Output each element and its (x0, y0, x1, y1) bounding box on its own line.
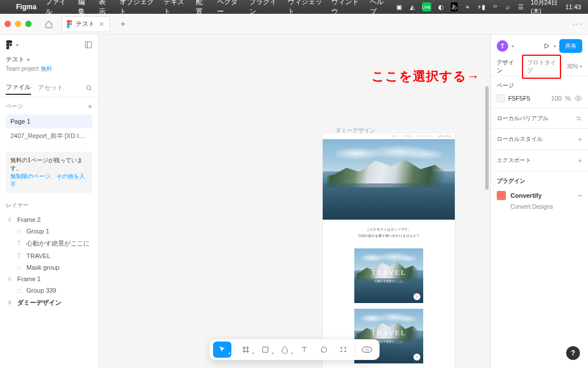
upgrade-link[interactable]: 無制限のページ、その他を入手 (10, 173, 85, 187)
local-styles-row[interactable]: ローカルスタイル + (491, 129, 588, 150)
layer-name: TRAVEL (26, 252, 51, 259)
macos-menubar: Figma ファイル 編集 表示 オブジェクト テキスト 配置 ベクター プラグ… (0, 0, 588, 14)
color-value[interactable]: F5F5F5 (508, 95, 548, 102)
tab-file[interactable]: ファイル (6, 80, 31, 95)
canvas-scrollbar[interactable] (485, 63, 489, 334)
card-arrow-button[interactable]: › (413, 354, 420, 361)
layer-row[interactable]: □Group 1 (6, 225, 92, 237)
play-chevron-icon[interactable]: ▾ (554, 44, 556, 49)
actions-button[interactable] (334, 342, 353, 358)
menu-help[interactable]: ヘルプ (370, 0, 387, 17)
loading-status-icon[interactable]: ◐ (438, 3, 444, 11)
play-button[interactable] (543, 43, 550, 49)
frame-tool-button[interactable]: ▾ (237, 342, 255, 358)
page-row[interactable]: 2407_Report_前半 [XD Import] (30-Ju... (6, 128, 92, 144)
collapse-icon[interactable]: − (578, 191, 582, 200)
minimize-window-button[interactable] (15, 21, 21, 27)
plus-icon[interactable]: + (578, 156, 582, 165)
visibility-toggle-icon[interactable] (574, 94, 582, 102)
plugin-row[interactable]: Convertify − (497, 191, 582, 200)
layer-row[interactable]: □Mask group (6, 262, 92, 273)
wifi-icon[interactable]: ⌔ (492, 3, 498, 11)
plus-icon[interactable]: + (578, 135, 582, 144)
layer-row[interactable]: #Frame 1 (6, 273, 92, 285)
help-button[interactable]: ? (566, 346, 580, 360)
menubar-date[interactable]: 10月24日(木) (531, 0, 558, 16)
battery-icon[interactable]: ⚡︎▮ (477, 3, 485, 11)
svg-rect-2 (86, 42, 92, 48)
move-tool-button[interactable]: ▾ (213, 342, 231, 358)
window-menu-button[interactable]: ··· (572, 19, 583, 29)
menu-view[interactable]: 表示 (99, 0, 110, 17)
search-icon[interactable] (86, 85, 92, 91)
avatar[interactable]: T (497, 40, 508, 52)
left-panel-header: ▾ (0, 34, 98, 55)
zoom-control[interactable]: 30%▾ (567, 63, 582, 70)
layer-type-icon: □ (17, 228, 23, 235)
sliders-icon[interactable] (575, 115, 582, 122)
close-tab-icon[interactable]: × (98, 20, 105, 29)
menu-file[interactable]: ファイル (45, 0, 68, 17)
document-title[interactable]: テスト▾ (0, 55, 98, 65)
menu-plugin[interactable]: プラグイン (249, 0, 278, 17)
card-arrow-button[interactable]: › (413, 293, 420, 300)
layer-type-icon: T (17, 253, 23, 259)
menu-window[interactable]: ウィンドウ (331, 0, 361, 17)
menu-edit[interactable]: 編集 (78, 0, 90, 17)
export-row[interactable]: エクスポート + (491, 150, 588, 171)
tab-prototype[interactable]: プロトタイプ (522, 55, 561, 79)
svg-point-16 (345, 351, 346, 352)
add-page-button[interactable]: + (88, 102, 92, 111)
layer-row[interactable]: #Frame 2 (6, 214, 92, 225)
plugin-description[interactable]: Convert Designs (497, 204, 582, 210)
tab-assets[interactable]: アセット (38, 81, 63, 94)
figma-status-icon[interactable]: ▣ (396, 3, 402, 11)
app-status-icon[interactable]: ◭ (409, 3, 415, 11)
layer-row[interactable]: □Group 339 (6, 285, 92, 296)
text-tool-button[interactable] (295, 342, 314, 358)
line-status-icon[interactable]: LINE (422, 2, 431, 12)
file-tab[interactable]: テスト × (61, 16, 110, 32)
color-swatch[interactable] (497, 94, 505, 102)
figma-menu-button[interactable]: ▾ (6, 40, 18, 49)
layer-row[interactable]: T心動かす絶景がここに (6, 237, 92, 250)
input-method-icon[interactable]: あ (451, 2, 458, 12)
free-badge: 無料 (41, 66, 52, 72)
page-section-title: ページ (497, 82, 582, 90)
comment-tool-button[interactable] (315, 342, 333, 358)
new-tab-button[interactable]: + (115, 16, 131, 32)
menu-object[interactable]: オブジェクト (119, 0, 154, 17)
layer-row[interactable]: TTRAVEL (6, 250, 92, 262)
menu-arrange[interactable]: 配置 (196, 0, 207, 17)
canvas[interactable]: ここを選択する→ ダミーデザイン ホーム サービス ソリューション お問い合わせ… (99, 34, 490, 368)
bluetooth-icon[interactable]: ⌖ (465, 3, 470, 11)
color-opacity[interactable]: 100 (551, 95, 562, 102)
artboard-dummy-design[interactable]: ホーム サービス ソリューション お問い合わせ このテキストはダミーです。 日頃… (323, 133, 455, 368)
dev-mode-button[interactable]: </> (358, 342, 376, 358)
layer-type-icon: # (8, 217, 14, 223)
menu-vector[interactable]: ベクター (217, 0, 240, 17)
tab-design[interactable]: デザイン (497, 59, 516, 75)
panel-toggle-icon[interactable] (84, 41, 92, 49)
menubar-time[interactable]: 11:43 (565, 3, 581, 10)
background-color-row[interactable]: F5F5F5 100 % (497, 94, 582, 102)
scrollbar-thumb[interactable] (485, 86, 489, 190)
maximize-window-button[interactable] (25, 21, 32, 27)
menu-text[interactable]: テキスト (164, 0, 187, 17)
layer-row[interactable]: #ダミーデザイン (6, 296, 92, 309)
menu-widget[interactable]: ウィジェット (288, 0, 323, 17)
local-variables-row[interactable]: ローカルバリアブル (491, 109, 588, 129)
avatar-chevron-icon[interactable]: ▾ (512, 44, 514, 49)
close-window-button[interactable] (5, 21, 11, 27)
search-status-icon[interactable]: ⌕ (505, 3, 511, 11)
team-name[interactable]: Team project無料 (0, 65, 98, 79)
pen-tool-button[interactable]: ▾ (276, 342, 294, 358)
svg-point-0 (69, 23, 72, 25)
app-name[interactable]: Figma (16, 3, 36, 11)
pages-label: ページ (6, 102, 23, 110)
control-center-icon[interactable]: ☰ (518, 3, 524, 11)
page-row[interactable]: Page 1 (6, 114, 92, 128)
shape-tool-button[interactable]: ▾ (256, 342, 274, 358)
share-button[interactable]: 共有 (559, 39, 582, 53)
home-button[interactable] (41, 16, 57, 32)
